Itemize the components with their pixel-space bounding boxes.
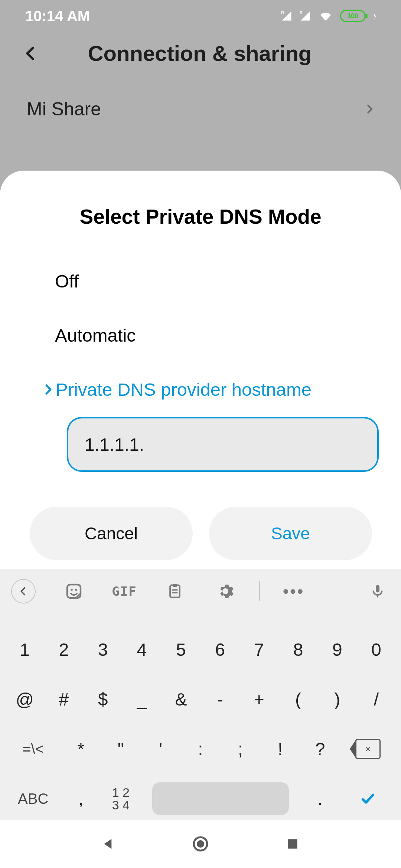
system-nav-bar	[0, 820, 401, 868]
svg-rect-16	[288, 839, 297, 848]
key-more-symbols[interactable]: =\<	[5, 724, 61, 774]
key-at[interactable]: @	[5, 674, 44, 724]
key-dquote[interactable]: "	[101, 724, 141, 774]
keyboard-collapse-icon[interactable]	[11, 579, 36, 604]
mic-icon[interactable]	[365, 579, 390, 604]
key-squote[interactable]: '	[141, 724, 180, 774]
option-off[interactable]: Off	[0, 269, 401, 325]
signal-2-icon: R	[299, 10, 311, 22]
key-abc[interactable]: ABC	[5, 774, 61, 823]
chevron-right-icon	[364, 101, 375, 117]
keyboard-toolbar: GIF •••	[0, 569, 401, 614]
key-plus[interactable]: +	[239, 674, 278, 724]
sticker-icon[interactable]	[62, 579, 86, 604]
key-8[interactable]: 8	[278, 625, 317, 674]
keyboard-row-3: =\< * " ' : ; ! ? ×	[5, 724, 396, 774]
keyboard-row-4: ABC , 1 2 3 4 .	[5, 774, 396, 823]
keyboard-toolbar-divider	[259, 581, 260, 601]
key-amp[interactable]: &	[162, 674, 200, 724]
svg-rect-3	[365, 14, 367, 19]
status-right-cluster: R R 100	[281, 9, 379, 23]
keyboard-row-2: @ # $ _ & - + ( ) /	[5, 674, 396, 724]
key-backspace[interactable]: ×	[340, 724, 396, 774]
key-lparen[interactable]: (	[278, 674, 317, 724]
battery-icon: 100	[340, 9, 379, 23]
status-bar: 10:14 AM R R 100	[0, 0, 401, 32]
backspace-icon: ×	[355, 739, 381, 759]
status-time: 10:14 AM	[25, 8, 90, 24]
key-slash[interactable]: /	[357, 674, 396, 724]
key-rparen[interactable]: )	[318, 674, 357, 724]
key-0[interactable]: 0	[357, 625, 396, 674]
keyboard-row-1: 1 2 3 4 5 6 7 8 9 0	[5, 625, 396, 674]
key-4[interactable]: 4	[123, 625, 162, 674]
key-semi[interactable]: ;	[221, 724, 260, 774]
gif-button[interactable]: GIF	[112, 579, 137, 604]
key-3[interactable]: 3	[83, 625, 122, 674]
svg-point-6	[71, 589, 73, 591]
svg-text:R: R	[281, 10, 284, 15]
wifi-icon	[318, 10, 333, 22]
key-star[interactable]: *	[61, 724, 101, 774]
key-quest[interactable]: ?	[300, 724, 340, 774]
nav-back-button[interactable]	[100, 835, 117, 853]
svg-point-15	[197, 840, 204, 848]
spacebar-icon	[152, 782, 289, 815]
option-automatic[interactable]: Automatic	[0, 325, 401, 379]
key-5[interactable]: 5	[162, 625, 200, 674]
key-9[interactable]: 9	[318, 625, 357, 674]
key-colon[interactable]: :	[180, 724, 220, 774]
save-button[interactable]: Save	[209, 507, 372, 560]
svg-text:R: R	[300, 10, 303, 15]
settings-row-label: Mi Share	[27, 98, 101, 120]
key-6[interactable]: 6	[200, 625, 239, 674]
svg-rect-12	[376, 585, 379, 592]
key-numpad-toggle[interactable]: 1 2 3 4	[101, 774, 141, 823]
clipboard-icon[interactable]	[163, 579, 187, 604]
nav-recents-button[interactable]	[284, 835, 301, 853]
svg-rect-8	[170, 585, 180, 598]
svg-text:100: 100	[347, 12, 358, 20]
key-hash[interactable]: #	[44, 674, 83, 724]
chevron-right-icon	[42, 381, 54, 398]
gear-icon[interactable]	[213, 579, 238, 604]
sheet-title: Select Private DNS Mode	[0, 171, 401, 269]
more-icon[interactable]: •••	[281, 579, 306, 604]
key-dollar[interactable]: $	[83, 674, 122, 724]
key-7[interactable]: 7	[239, 625, 278, 674]
key-under[interactable]: _	[123, 674, 162, 724]
key-1[interactable]: 1	[5, 625, 44, 674]
settings-row-mi-share[interactable]: Mi Share	[0, 87, 401, 131]
nav-home-button[interactable]	[192, 835, 209, 853]
signal-1-icon: R	[281, 10, 293, 22]
key-enter[interactable]	[340, 774, 396, 823]
numpad-bottom: 3 4	[112, 799, 130, 811]
key-excl[interactable]: !	[260, 724, 300, 774]
key-comma[interactable]: ,	[61, 774, 101, 823]
page-header: Connection & sharing	[0, 32, 401, 87]
numpad-top: 1 2	[112, 786, 130, 799]
option-hostname-label: Private DNS provider hostname	[56, 379, 312, 400]
option-hostname[interactable]: Private DNS provider hostname	[0, 379, 401, 400]
check-icon	[358, 791, 378, 806]
hostname-input[interactable]	[67, 417, 379, 472]
svg-rect-9	[173, 584, 177, 587]
key-space[interactable]	[141, 774, 300, 823]
key-2[interactable]: 2	[44, 625, 83, 674]
page-title: Connection & sharing	[21, 41, 379, 66]
key-period[interactable]: .	[300, 774, 340, 823]
key-dash[interactable]: -	[200, 674, 239, 724]
svg-point-7	[75, 589, 77, 591]
cancel-button[interactable]: Cancel	[30, 507, 193, 560]
